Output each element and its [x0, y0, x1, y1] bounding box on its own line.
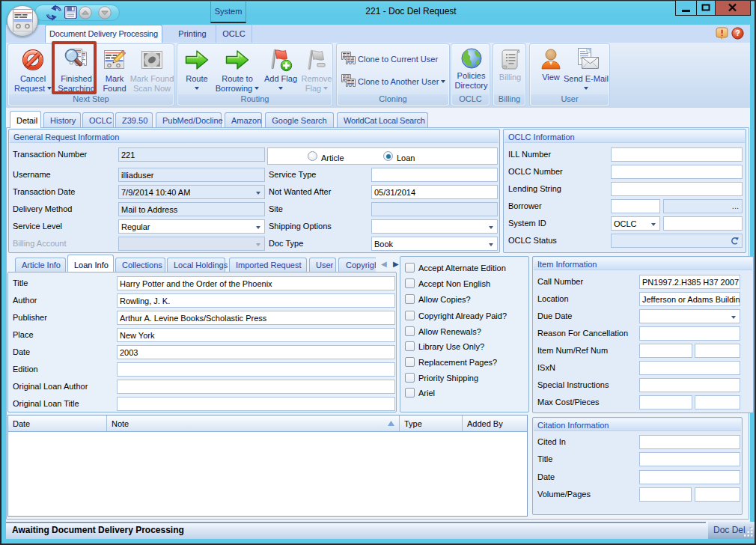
svg-text:?: ?	[735, 28, 740, 37]
